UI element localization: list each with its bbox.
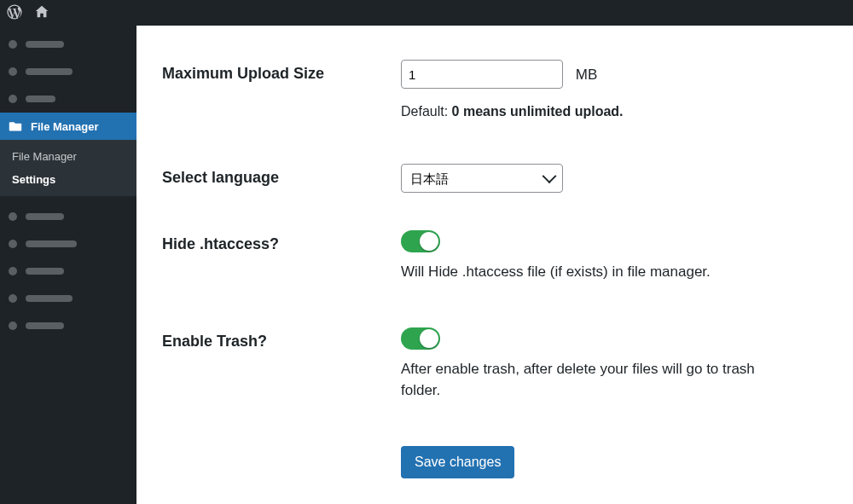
hide-htaccess-label: Hide .htaccess? [162, 230, 401, 253]
menu-placeholder-text [26, 295, 73, 302]
menu-placeholder-text [26, 96, 55, 102]
submenu-item-file-manager[interactable]: File Manager [0, 145, 136, 168]
home-icon[interactable] [34, 4, 49, 22]
sidebar-item-placeholder[interactable] [0, 31, 136, 58]
menu-bullet-icon [9, 240, 17, 248]
toggle-knob-icon [420, 329, 438, 348]
upload-size-label: Maximum Upload Size [162, 60, 401, 83]
menu-bullet-icon [9, 294, 17, 303]
menu-bullet-icon [9, 40, 17, 49]
menu-placeholder-text [26, 41, 64, 48]
save-changes-button[interactable]: Save changes [401, 446, 514, 478]
admin-bar [0, 0, 853, 26]
row-submit: Save changes [401, 446, 827, 478]
hide-htaccess-desc: Will Hide .htaccess file (if exists) in … [401, 261, 793, 283]
sidebar-item-placeholder[interactable] [0, 312, 136, 339]
folder-icon [9, 120, 22, 132]
sidebar-item-placeholder[interactable] [0, 230, 136, 258]
row-hide-htaccess: Hide .htaccess? Will Hide .htaccess file… [162, 230, 827, 283]
sidebar-submenu-file-manager: File Manager Settings [0, 140, 136, 196]
submenu-item-settings[interactable]: Settings [0, 168, 136, 191]
admin-sidebar: File Manager File Manager Settings [0, 26, 136, 504]
wordpress-logo-icon[interactable] [7, 4, 22, 22]
sidebar-item-placeholder[interactable] [0, 258, 136, 285]
sidebar-item-label: File Manager [31, 120, 98, 133]
language-label: Select language [162, 164, 401, 187]
upload-size-unit: MB [576, 67, 598, 83]
menu-bullet-icon [9, 212, 17, 221]
toggle-knob-icon [420, 232, 438, 251]
sidebar-item-file-manager[interactable]: File Manager [0, 113, 136, 140]
language-select-wrap: 日本語 [401, 164, 563, 193]
menu-placeholder-text [26, 240, 77, 247]
menu-placeholder-text [26, 322, 64, 329]
upload-size-help: Default: 0 means unlimited upload. [401, 104, 793, 119]
enable-trash-toggle[interactable] [401, 327, 440, 350]
row-language: Select language 日本語 [162, 164, 827, 193]
language-select[interactable]: 日本語 [401, 164, 563, 193]
menu-bullet-icon [9, 95, 17, 103]
menu-bullet-icon [9, 267, 17, 275]
hide-htaccess-toggle[interactable] [401, 230, 440, 252]
enable-trash-label: Enable Trash? [162, 327, 401, 350]
row-upload-size: Maximum Upload Size MB Default: 0 means … [162, 60, 827, 119]
sidebar-item-placeholder[interactable] [0, 285, 136, 312]
sidebar-item-placeholder[interactable] [0, 203, 136, 230]
row-enable-trash: Enable Trash? After enable trash, after … [162, 327, 827, 402]
menu-placeholder-text [26, 268, 64, 275]
upload-size-input[interactable] [401, 60, 563, 89]
enable-trash-desc: After enable trash, after delete your fi… [401, 358, 793, 402]
sidebar-item-placeholder[interactable] [0, 85, 136, 113]
menu-bullet-icon [9, 67, 17, 76]
sidebar-item-placeholder[interactable] [0, 58, 136, 85]
menu-placeholder-text [26, 68, 73, 75]
menu-placeholder-text [26, 213, 64, 220]
settings-form: Maximum Upload Size MB Default: 0 means … [136, 26, 853, 504]
menu-bullet-icon [9, 322, 17, 330]
